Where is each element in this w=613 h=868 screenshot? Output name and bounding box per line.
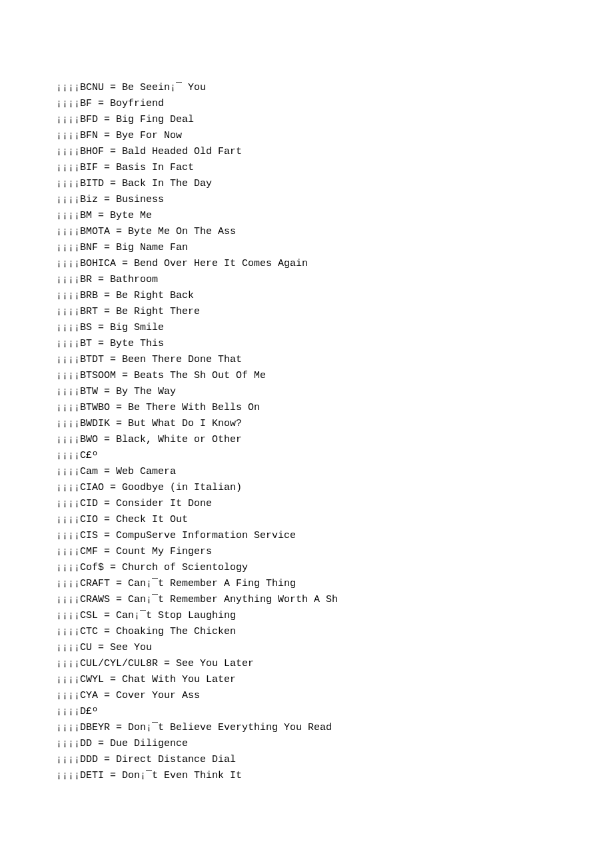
acronym-line: ¡¡¡¡BCNU = Be Seein¡¯ You [56,80,613,96]
acronym-line: ¡¡¡¡CUL/CYL/CUL8R = See You Later [56,656,613,672]
acronym-line: ¡¡¡¡CMF = Count My Fingers [56,544,613,560]
acronym-line: ¡¡¡¡DBEYR = Don¡¯t Believe Everything Yo… [56,720,613,736]
acronym-list: ¡¡¡¡BCNU = Be Seein¡¯ You¡¡¡¡BF = Boyfri… [56,80,613,784]
acronym-line: ¡¡¡¡BMOTA = Byte Me On The Ass [56,224,613,240]
acronym-line: ¡¡¡¡BM = Byte Me [56,208,613,224]
acronym-line: ¡¡¡¡CTC = Choaking The Chicken [56,624,613,640]
acronym-line: ¡¡¡¡BIF = Basis In Fact [56,160,613,176]
acronym-line: ¡¡¡¡BFD = Big Fing Deal [56,112,613,128]
acronym-line: ¡¡¡¡CID = Consider It Done [56,496,613,512]
acronym-line: ¡¡¡¡DDD = Direct Distance Dial [56,752,613,768]
acronym-line: ¡¡¡¡BRB = Be Right Back [56,288,613,304]
acronym-line: ¡¡¡¡DETI = Don¡¯t Even Think It [56,768,613,784]
acronym-line: ¡¡¡¡BRT = Be Right There [56,304,613,320]
acronym-line: ¡¡¡¡DD = Due Diligence [56,736,613,752]
acronym-line: ¡¡¡¡BT = Byte This [56,336,613,352]
acronym-line: ¡¡¡¡CIO = Check It Out [56,512,613,528]
acronym-line: ¡¡¡¡BF = Boyfriend [56,96,613,112]
acronym-line: ¡¡¡¡BWO = Black, White or Other [56,432,613,448]
acronym-line: ¡¡¡¡CIAO = Goodbye (in Italian) [56,480,613,496]
acronym-line: ¡¡¡¡CRAFT = Can¡¯t Remember A Fing Thing [56,576,613,592]
acronym-line: ¡¡¡¡BFN = Bye For Now [56,128,613,144]
acronym-line: ¡¡¡¡CYA = Cover Your Ass [56,688,613,704]
acronym-line: ¡¡¡¡BITD = Back In The Day [56,176,613,192]
acronym-line: ¡¡¡¡C£º [56,448,613,464]
acronym-line: ¡¡¡¡CWYL = Chat With You Later [56,672,613,688]
acronym-line: ¡¡¡¡CSL = Can¡¯t Stop Laughing [56,608,613,624]
acronym-line: ¡¡¡¡BOHICA = Bend Over Here It Comes Aga… [56,256,613,272]
acronym-line: ¡¡¡¡BTWBO = Be There With Bells On [56,400,613,416]
acronym-line: ¡¡¡¡CRAWS = Can¡¯t Remember Anything Wor… [56,592,613,608]
acronym-line: ¡¡¡¡CIS = CompuServe Information Service [56,528,613,544]
acronym-line: ¡¡¡¡CU = See You [56,640,613,656]
acronym-line: ¡¡¡¡Cam = Web Camera [56,464,613,480]
acronym-line: ¡¡¡¡BHOF = Bald Headed Old Fart [56,144,613,160]
acronym-line: ¡¡¡¡D£º [56,704,613,720]
acronym-line: ¡¡¡¡BNF = Big Name Fan [56,240,613,256]
acronym-line: ¡¡¡¡Biz = Business [56,192,613,208]
acronym-line: ¡¡¡¡BWDIK = But What Do I Know? [56,416,613,432]
acronym-line: ¡¡¡¡BR = Bathroom [56,272,613,288]
acronym-line: ¡¡¡¡BS = Big Smile [56,320,613,336]
acronym-line: ¡¡¡¡BTDT = Been There Done That [56,352,613,368]
acronym-line: ¡¡¡¡Cof$ = Church of Scientology [56,560,613,576]
acronym-line: ¡¡¡¡BTW = By The Way [56,384,613,400]
acronym-line: ¡¡¡¡BTSOOM = Beats The Sh Out Of Me [56,368,613,384]
